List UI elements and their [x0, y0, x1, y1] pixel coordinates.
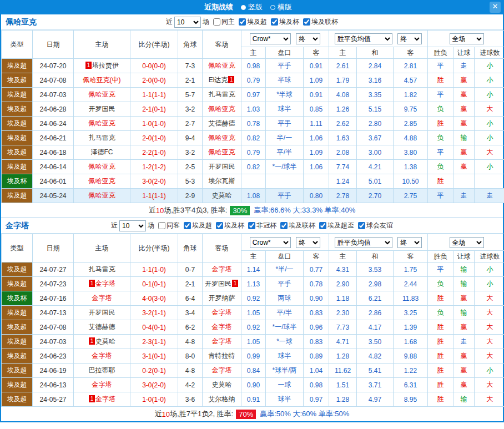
match-row: 埃及超24-07-031史莫哈2-3(1-1)4-8金字塔1.05*一球0.83… — [2, 335, 504, 349]
handicap-line: 平手 — [266, 59, 304, 73]
home-team-cell: 1史莫哈 — [74, 335, 130, 349]
home-team-name: 开罗国民 — [89, 105, 115, 113]
league-filter-checkbox[interactable]: 埃及联杯 — [280, 221, 315, 230]
odds-header-group: Crow* 终 — [241, 234, 329, 251]
home-team-name: 佩哈亚克(中) — [83, 76, 121, 84]
league-checkbox-input[interactable] — [216, 222, 223, 229]
avg-draw-odds: 3.50 — [357, 335, 394, 349]
away-team-name: 开罗国民 — [205, 280, 231, 287]
away-team-cell: 开罗纳萨 — [203, 291, 241, 306]
avg-away-odds: 2.44 — [394, 277, 428, 291]
same-venue-checkbox[interactable]: 同主 — [213, 17, 235, 27]
league-type-cell: 埃及超 — [2, 117, 33, 131]
home-team-cell: 1塔拉贾伊 — [74, 59, 130, 73]
home-odds: 1.05 — [241, 306, 266, 320]
league-checkbox-input[interactable] — [319, 222, 326, 229]
odds-company-select[interactable]: Crow* — [250, 33, 291, 44]
odds-stage-select[interactable]: 终 — [296, 33, 320, 44]
league-filter-checkbox[interactable]: 非冠杯 — [248, 221, 276, 230]
avg-stage-select[interactable]: 终 — [397, 237, 422, 248]
same-venue-checkbox-input[interactable] — [158, 222, 165, 229]
portrait-radio[interactable]: 竖版 — [241, 2, 263, 12]
same-venue-checkbox-input[interactable] — [213, 18, 220, 26]
handicap-result-cell: 赢 — [453, 145, 475, 160]
avg-home-odds: 1.28 — [329, 349, 357, 364]
col-header-corner: 角球 — [178, 31, 203, 59]
team-name: 金字塔 — [6, 221, 29, 231]
sub-header-handicap: 盘口 — [266, 251, 304, 263]
home-team-cell: 开罗国民 — [74, 306, 130, 320]
league-checkbox-input[interactable] — [239, 18, 246, 26]
league-checkbox-input[interactable] — [358, 222, 365, 229]
avg-type-select[interactable]: 胜平负均值 — [335, 33, 392, 44]
landscape-radio[interactable]: 横版 — [270, 2, 292, 12]
odds-stage-select[interactable]: 终 — [296, 237, 320, 248]
handicap-result-cell: 赢 — [453, 160, 475, 174]
league-filter-checkbox[interactable]: 埃及杯 — [216, 221, 244, 230]
away-odds: 1.06 — [304, 160, 329, 174]
avg-home-odds: 1.26 — [329, 102, 357, 117]
home-odds: 1.05 — [241, 335, 266, 349]
match-score: 1-1(1-1) — [130, 189, 178, 203]
home-team-cell: 金字塔 — [74, 378, 130, 392]
goals-result-cell: 大 — [475, 306, 504, 320]
avg-away-odds: 8.95 — [394, 392, 428, 407]
handicap-line: *半球 — [266, 88, 304, 102]
league-checkbox-input[interactable] — [248, 222, 255, 229]
summary-rates: 赢率:50% 大:60% 单率:50% — [260, 409, 349, 419]
close-button[interactable]: ✕ — [490, 2, 501, 13]
same-venue-label: 同客 — [167, 221, 180, 230]
result-cell: 平 — [428, 145, 453, 160]
avg-stage-select[interactable]: 终 — [397, 33, 422, 44]
summary-prefix: 近 — [155, 409, 162, 419]
avg-draw-odds: 3.67 — [357, 131, 394, 145]
match-row: 埃及超24-07-201塔拉贾伊0-0(0-0)7-3佩哈亚克0.98平手0.9… — [2, 59, 504, 73]
away-team-cell: 史莫哈 — [203, 378, 241, 392]
league-filter-checkbox[interactable]: 埃及超盃 — [319, 221, 354, 230]
sub-header-avg-away: 客 — [394, 47, 428, 59]
league-checkbox-input[interactable] — [280, 222, 288, 229]
league-filter-checkbox[interactable]: 埃及超 — [239, 17, 267, 27]
home-team-name: 佩哈亚克 — [89, 163, 115, 170]
corner-score: 9-4 — [178, 131, 203, 145]
fulltime-select[interactable]: 全场 — [450, 33, 484, 44]
home-odds: 1.13 — [241, 277, 266, 291]
match-row: 埃及超24-07-13开罗国民3-2(1-1)3-4金字塔1.05平/半0.83… — [2, 306, 504, 320]
result-cell: 胜 — [428, 320, 453, 335]
league-checkbox-input[interactable] — [184, 222, 191, 229]
avg-home-odds: 2.78 — [329, 189, 357, 203]
match-date: 24-05-27 — [33, 392, 74, 407]
match-score: 0-0(0-0) — [130, 59, 178, 73]
away-team-name: 开罗国民 — [209, 163, 235, 170]
league-filter-checkbox[interactable]: 埃及联杯 — [303, 17, 338, 27]
league-filter-checkbox[interactable]: 球会友谊 — [358, 221, 393, 230]
league-type-cell: 埃及超 — [2, 102, 33, 117]
match-row: 埃及超24-06-21扎马雷克2-0(1-0)9-4佩哈亚克0.82半/一1.0… — [2, 131, 504, 145]
sub-header-avg-draw: 和 — [357, 47, 394, 59]
sub-header-avg-draw: 和 — [357, 251, 394, 263]
avg-draw-odds: 2.98 — [357, 277, 394, 291]
fulltime-select[interactable]: 全场 — [450, 237, 484, 248]
away-odds: 0.85 — [304, 102, 329, 117]
match-count-select[interactable]: 10 — [174, 17, 201, 28]
col-header-score: 比分(半场) — [130, 234, 178, 263]
match-count-select[interactable]: 10 — [119, 220, 146, 231]
league-filter-checkbox[interactable]: 埃及超 — [184, 221, 212, 230]
odds-company-select[interactable]: Crow* — [250, 237, 291, 248]
league-filter-checkbox[interactable]: 埃及杯 — [271, 17, 299, 27]
away-team-name: 金字塔 — [212, 265, 232, 273]
match-date: 24-06-23 — [33, 349, 74, 364]
away-odds: 0.98 — [304, 378, 329, 392]
rank-badge: 1 — [89, 395, 95, 402]
home-team-name: 开罗国民 — [89, 309, 115, 316]
avg-away-odds: 6.31 — [394, 378, 428, 392]
league-checkbox-input[interactable] — [271, 18, 278, 26]
same-venue-checkbox[interactable]: 同客 — [158, 221, 180, 230]
avg-home-odds: 1.28 — [329, 392, 357, 407]
avg-type-select[interactable]: 胜平负均值 — [335, 237, 392, 248]
handicap-result-cell: 输 — [453, 277, 475, 291]
match-score: 3-0(2-0) — [130, 378, 178, 392]
avg-home-odds: 4.31 — [329, 263, 357, 277]
league-checkbox-input[interactable] — [303, 18, 310, 26]
win-rate-badge: 30% — [230, 206, 250, 215]
